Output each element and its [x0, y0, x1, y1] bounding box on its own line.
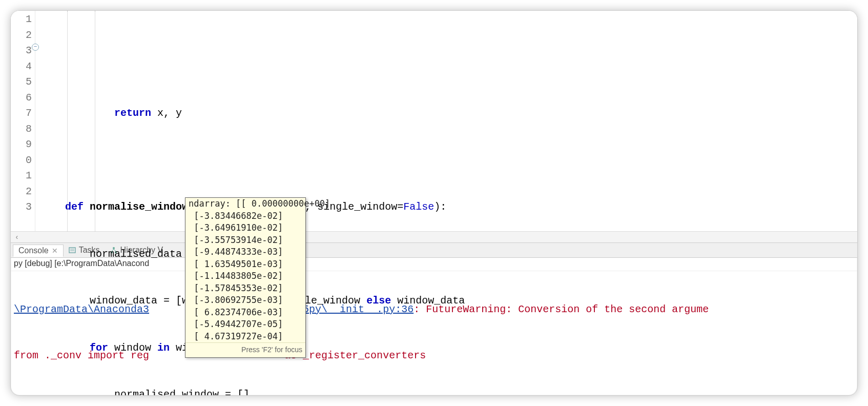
- current-line-highlight: [35, 184, 857, 199]
- indent-guide: [67, 11, 68, 231]
- tooltip-row: [ 4.67319727e-04]: [185, 331, 305, 343]
- code-line[interactable]: def normalise_windows(self, window_data,…: [40, 199, 857, 215]
- line-number-gutter: 1 2 3 4 5 6 7 8 9 0 1 2 3 −: [11, 11, 35, 231]
- tooltip-row: [-1.14483805e-02]: [185, 270, 305, 282]
- tooltip-row: [-3.80692755e-03]: [185, 294, 305, 307]
- scroll-left-icon[interactable]: ‹: [13, 233, 21, 241]
- tooltip-row: [-5.49442707e-05]: [185, 318, 305, 331]
- code-line[interactable]: normalised_window = []: [40, 387, 857, 396]
- indent-guide: [95, 11, 95, 231]
- line-number: 5: [11, 74, 32, 90]
- code-line[interactable]: [40, 153, 857, 169]
- tooltip-row: [-3.83446682e-02]: [185, 210, 305, 222]
- line-number: 3: [11, 199, 32, 215]
- code-line[interactable]: return x, y: [40, 106, 857, 121]
- tooltip-row: [-3.64961910e-02]: [185, 222, 305, 234]
- tooltip-row: [-9.44874333e-03]: [185, 246, 305, 258]
- code-line[interactable]: normalised_data = []: [40, 247, 857, 262]
- tooltip-header: ndarray: [[ 0.00000000e+00]: [185, 198, 305, 210]
- code-line[interactable]: window_data = [window_data] if single_wi…: [40, 293, 857, 309]
- ide-window: 1 2 3 4 5 6 7 8 9 0 1 2 3 − return x, y …: [10, 10, 858, 396]
- line-number: 4: [11, 59, 32, 75]
- line-number: 9: [11, 137, 32, 153]
- tooltip-row: [-3.55753914e-02]: [185, 234, 305, 247]
- tooltip-row: [ 1.63549501e-03]: [185, 258, 305, 271]
- line-number: 6: [11, 90, 32, 106]
- tooltip-row: [-1.57845353e-02]: [185, 282, 305, 295]
- line-number: 2: [11, 28, 32, 44]
- line-number: 1: [11, 168, 32, 184]
- line-number: 8: [11, 121, 32, 137]
- debug-value-tooltip[interactable]: ndarray: [[ 0.00000000e+00] [-3.83446682…: [185, 197, 306, 358]
- close-icon[interactable]: ✕: [52, 247, 58, 255]
- code-area[interactable]: return x, y def normalise_windows(self, …: [35, 11, 857, 231]
- line-number: 0: [11, 153, 32, 169]
- line-number: 2: [11, 184, 32, 200]
- code-editor[interactable]: 1 2 3 4 5 6 7 8 9 0 1 2 3 − return x, y …: [11, 11, 857, 231]
- tooltip-row: [ 6.82374706e-03]: [185, 307, 305, 319]
- line-number: 7: [11, 106, 32, 121]
- tooltip-footer: Press 'F2' for focus: [185, 342, 305, 357]
- line-number: 1: [11, 12, 32, 28]
- code-line[interactable]: for window in window_data:: [40, 340, 857, 356]
- tab-label: Console: [18, 246, 49, 255]
- line-number: 3: [11, 43, 32, 59]
- tab-console[interactable]: Console ✕: [13, 245, 64, 257]
